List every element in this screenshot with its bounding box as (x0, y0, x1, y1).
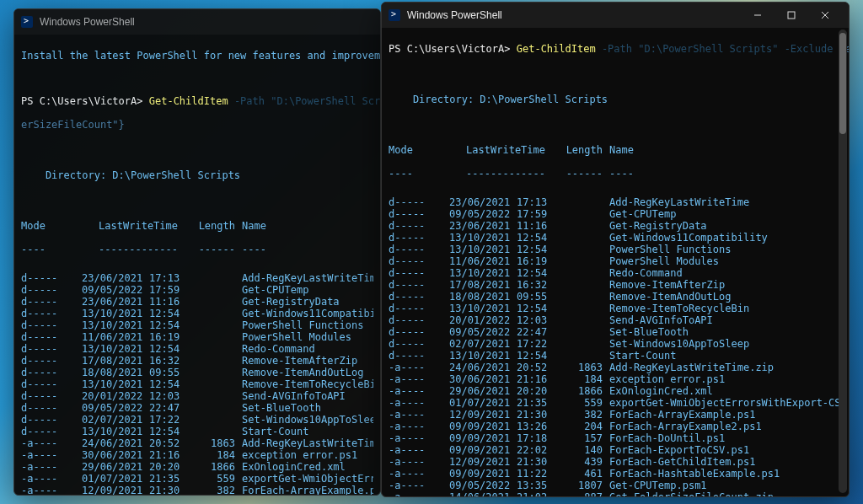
list-item: -a----09/09/202111:22461ForEach-Hashtabl… (389, 468, 842, 480)
directory-label-back: Directory: D:\PowerShell Scripts (21, 169, 373, 181)
list-item: d-----02/07/202117:22Set-Windows10AppToS… (21, 414, 373, 426)
minimize-button[interactable] (741, 3, 775, 28)
terminal-front[interactable]: PS C:\Users\VictorA> Get-ChildItem -Path… (382, 28, 849, 496)
list-item: d-----09/05/202217:59Get-CPUTemp (21, 284, 373, 296)
list-item: -a----09/05/202213:351807Get-CPUTemp.psm… (389, 480, 842, 491)
list-item: d-----17/08/202116:32Remove-ItemAfterZip (21, 355, 373, 367)
list-item: d-----09/05/202217:59Get-CPUTemp (389, 208, 842, 220)
window-title-back: Windows PowerShell (40, 16, 135, 28)
list-item: d-----13/10/202112:54Start-Count (21, 426, 373, 437)
list-item: d-----11/06/202116:19PowerShell Modules (21, 331, 373, 343)
list-item: d-----18/08/202109:55Remove-ItemAndOutLo… (389, 291, 842, 303)
prompt-line-front: PS C:\Users\VictorA> Get-ChildItem -Path… (389, 43, 842, 55)
list-item: d-----13/10/202112:54PowerShell Function… (21, 319, 373, 331)
column-headers-back: ModeLastWriteTimeLengthName (21, 220, 373, 232)
list-item: -a----09/09/202122:02140ForEach-ExportTo… (389, 444, 842, 456)
list-item: -a----14/06/202121:02887Get-FolderSizeFi… (389, 491, 842, 496)
list-item: d-----23/06/202111:16Get-RegistryData (389, 220, 842, 232)
powershell-icon (389, 9, 400, 21)
list-item: -a----12/09/202121:30439ForEach-GetChild… (389, 456, 842, 468)
window-title-front: Windows PowerShell (407, 9, 502, 21)
list-item: -a----01/07/202121:35559exportGet-WmiObj… (389, 397, 842, 409)
list-item: -a----29/06/202120:201866ExOnloginCred.x… (389, 385, 842, 397)
list-item: d-----23/06/202117:13Add-RegKeyLastWrite… (389, 196, 842, 208)
list-item: d-----11/06/202116:19PowerShell Modules (389, 255, 842, 267)
list-item: -a----29/06/202120:201866ExOnloginCred.x… (21, 461, 373, 473)
list-item: d-----23/06/202117:13Add-RegKeyLastWrite… (21, 272, 373, 284)
list-item: d-----13/10/202112:54Remove-ItemToRecycl… (389, 303, 842, 314)
powershell-window-front[interactable]: Windows PowerShell PS C:\Users\VictorA> … (381, 2, 850, 497)
file-listing-front: d-----23/06/202117:13Add-RegKeyLastWrite… (389, 196, 842, 496)
list-item: -a----09/09/202117:18157ForEach-DoUntil.… (389, 432, 842, 444)
list-item: d-----20/01/202212:03Send-AVGInfoToAPI (21, 390, 373, 402)
list-item: d-----13/10/202112:54Get-Windows11Compat… (21, 308, 373, 319)
list-item: d-----13/10/202112:54PowerShell Function… (389, 244, 842, 255)
scrollbar-thumb[interactable] (839, 33, 846, 134)
list-item: d-----13/10/202112:54Redo-Command (389, 267, 842, 279)
list-item: d-----20/01/202212:03Send-AVGInfoToAPI (389, 314, 842, 326)
column-headers-front: ModeLastWriteTimeLengthName (389, 144, 842, 156)
list-item: d-----09/05/202222:47Set-BlueTooth (389, 326, 842, 338)
column-dashes-front: --------------------------- (389, 168, 842, 180)
list-item: -a----30/06/202121:16184exception error.… (21, 449, 373, 461)
maximize-button[interactable] (775, 3, 808, 28)
list-item: d-----09/05/202222:47Set-BlueTooth (21, 402, 373, 414)
list-item: -a----24/06/202120:521863Add-RegKeyLastW… (21, 437, 373, 449)
list-item: d-----17/08/202116:32Remove-ItemAfterZip (389, 279, 842, 291)
list-item: d-----13/10/202112:54Remove-ItemToRecycl… (21, 378, 373, 390)
scrollbar[interactable] (839, 29, 847, 493)
list-item: -a----30/06/202121:16184exception error.… (389, 373, 842, 385)
titlebar-front[interactable]: Windows PowerShell (382, 3, 849, 28)
list-item: -a----01/07/202121:35559exportGet-WmiObj… (21, 473, 373, 485)
list-item: -a----24/06/202120:521863Add-RegKeyLastW… (389, 362, 842, 373)
titlebar-back[interactable]: Windows PowerShell (14, 9, 380, 35)
close-button[interactable] (808, 3, 842, 28)
list-item: d-----13/10/202112:54Start-Count (389, 350, 842, 362)
list-item: d-----18/08/202109:55Remove-ItemAndOutLo… (21, 367, 373, 378)
terminal-back[interactable]: Install the latest PowerShell for new fe… (14, 35, 380, 495)
list-item: d-----13/10/202112:54Redo-Command (21, 343, 373, 355)
file-listing-back: d-----23/06/202117:13Add-RegKeyLastWrite… (21, 272, 373, 495)
powershell-window-back[interactable]: Windows PowerShell Install the latest Po… (13, 8, 381, 496)
window-controls (741, 3, 842, 28)
prompt-line-back: PS C:\Users\VictorA> Get-ChildItem -Path… (21, 95, 373, 107)
prompt-continuation: erSizeFileCount"} (21, 119, 373, 131)
powershell-icon (21, 16, 33, 28)
list-item: -a----12/09/202121:30382ForEach-ArrayExa… (389, 409, 842, 421)
directory-label-front: Directory: D:\PowerShell Scripts (389, 94, 842, 105)
list-item: -a----12/09/202121:30382ForEach-ArrayExa… (21, 485, 373, 495)
list-item: -a----09/09/202113:26204ForEach-ArrayExa… (389, 421, 842, 432)
list-item: d-----02/07/202117:22Set-Windows10AppToS… (389, 338, 842, 350)
list-item: d-----13/10/202112:54Get-Windows11Compat… (389, 232, 842, 244)
svg-rect-1 (788, 12, 795, 19)
column-dashes-back: --------------------------- (21, 244, 373, 255)
banner-line: Install the latest PowerShell for new fe… (21, 50, 373, 62)
list-item: d-----23/06/202111:16Get-RegistryData (21, 296, 373, 308)
